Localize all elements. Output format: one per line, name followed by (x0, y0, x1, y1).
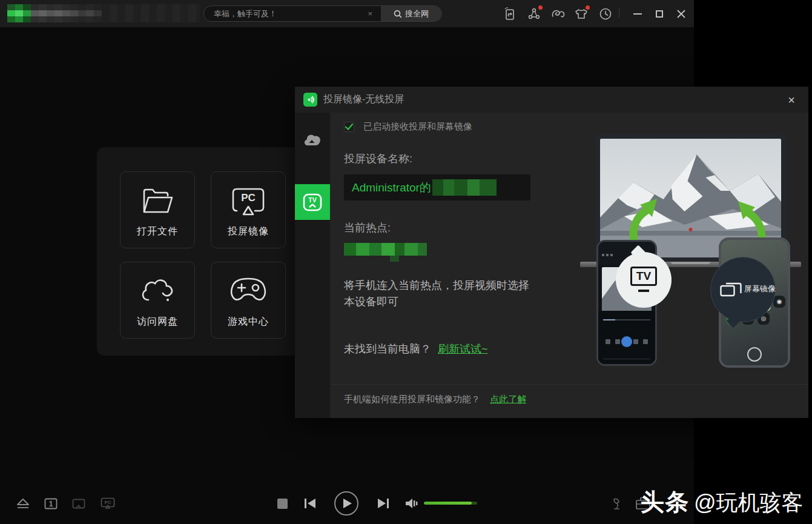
svg-text:PC: PC (241, 192, 256, 204)
svg-text:PC: PC (104, 500, 111, 505)
dialog-title: 投屏镜像-无线投屏 (323, 93, 404, 106)
tv-cast-icon: TV (303, 193, 322, 211)
cast-mirror-dialog: 投屏镜像-无线投屏 × TV 已启动接收投屏和屏幕镜像 (295, 87, 808, 418)
device-name-censored (432, 179, 497, 196)
watermark-brand: 头条 (641, 489, 689, 515)
skin-icon[interactable] (574, 7, 589, 21)
game-center-button[interactable]: 游戏中心 (211, 262, 286, 339)
pc-cast-small-icon[interactable]: PC (99, 496, 116, 511)
folder-icon (120, 187, 194, 214)
not-found-text: 未找到当前电脑？ (344, 343, 431, 355)
volume-slider[interactable] (424, 502, 477, 505)
stop-button[interactable] (277, 498, 288, 509)
shortcut-label: 投屏镜像 (228, 225, 269, 238)
watermark: 头条@玩机骇客 (641, 486, 804, 519)
mirror-badge-label: 屏幕镜像 (744, 284, 776, 294)
play-button[interactable] (334, 491, 358, 516)
playlist-single-icon[interactable]: 1 (43, 496, 59, 511)
hotspot-label: 当前热点: (344, 221, 391, 235)
watermark-handle: @玩机骇客 (694, 490, 804, 515)
dialog-sidebar: TV (295, 113, 330, 418)
svg-text:1: 1 (49, 500, 53, 508)
sidebar-tab-cloud[interactable] (295, 125, 330, 155)
receive-cast-checkbox[interactable] (344, 122, 354, 132)
receive-cast-label: 已启动接收投屏和屏幕镜像 (363, 121, 472, 133)
close-button[interactable] (673, 7, 689, 21)
shortcut-label: 打开文件 (137, 225, 178, 238)
pc-cast-icon: PC (211, 187, 285, 217)
dialog-close-button[interactable]: × (784, 93, 799, 107)
cast-app-icon (303, 93, 317, 107)
lamp-icon[interactable] (609, 497, 624, 511)
device-name-input[interactable]: Administrator的 (344, 174, 530, 201)
open-file-button[interactable]: 打开文件 (120, 171, 195, 248)
sidebar-tab-tv-cast[interactable]: TV (295, 184, 330, 220)
home-button (747, 347, 762, 362)
search-clear-icon[interactable]: × (365, 9, 375, 18)
shortcut-label: 访问网盘 (137, 316, 178, 328)
volume-fill (424, 502, 472, 505)
titlebar: 幸福，触手可及！ × 搜全网 (0, 0, 694, 27)
service-icon[interactable] (551, 7, 566, 21)
shortcut-label: 游戏中心 (228, 316, 269, 328)
history-icon[interactable] (598, 7, 613, 21)
mirror-callout-bubble: 屏幕镜像 (710, 257, 776, 322)
screen-mirror-icon (720, 281, 742, 298)
check-icon (345, 124, 353, 130)
svg-text:TV: TV (308, 196, 316, 204)
home-shortcut-card: 打开文件 PC 投屏镜像 访问网盘 (97, 147, 303, 356)
cloud-upload-icon (303, 133, 322, 147)
notification-dot (538, 5, 543, 10)
tv-badge: TV (630, 267, 657, 286)
search-button[interactable]: 搜全网 (381, 6, 441, 21)
minimize-button[interactable] (630, 7, 645, 21)
eject-icon[interactable] (15, 496, 31, 511)
maximize-button[interactable] (652, 7, 667, 21)
volume-icon[interactable] (403, 496, 419, 511)
phone-cast-icon[interactable] (503, 7, 517, 21)
instruction-text: 将手机连入当前热点，投屏视频时选择本设备即可 (344, 277, 532, 310)
search-box: 幸福，触手可及！ × 搜全网 (203, 5, 442, 22)
search-input[interactable]: 幸福，触手可及！ × (204, 6, 381, 21)
search-button-label: 搜全网 (405, 8, 429, 19)
device-name-value: Administrator的 (352, 180, 431, 196)
next-button[interactable] (375, 497, 391, 510)
footer-help-row: 手机端如何使用投屏和镜像功能？ 点此了解 (344, 394, 526, 405)
cloud-disk-icon (120, 277, 194, 305)
share-icon[interactable] (527, 7, 541, 21)
dialog-titlebar: 投屏镜像-无线投屏 × (295, 87, 808, 113)
tv-callout-bubble: TV (616, 252, 672, 308)
dialog-body: 已启动接收投屏和屏幕镜像 投屏设备名称: Administrator的 当前热点… (330, 113, 808, 418)
cloud-disk-button[interactable]: 访问网盘 (120, 262, 195, 339)
device-name-label: 投屏设备名称: (344, 151, 412, 166)
titlebar-separator (619, 8, 619, 18)
footer-question: 手机端如何使用投屏和镜像功能？ (344, 394, 480, 404)
receive-cast-row: 已启动接收投屏和屏幕镜像 (344, 121, 472, 133)
search-icon (394, 10, 402, 18)
learn-more-link[interactable]: 点此了解 (490, 394, 526, 404)
cast-illustration: TV ▭▭ | ◷ ▤ ◉ ✆ ✕ ◎ (578, 119, 808, 385)
previous-button[interactable] (302, 497, 318, 510)
cast-mirror-button[interactable]: PC 投屏镜像 (211, 171, 286, 248)
tv-mode-icon[interactable] (71, 497, 87, 511)
refresh-link[interactable]: 刷新试试~ (438, 343, 488, 355)
phone-player-controls (598, 311, 655, 364)
search-placeholder-text: 幸福，触手可及！ (214, 8, 365, 19)
gamepad-icon (211, 277, 285, 305)
hotspot-name-censored (344, 243, 427, 262)
not-found-row: 未找到当前电脑？ 刷新试试~ (344, 342, 488, 356)
cast-arrow-left (626, 196, 658, 242)
notification-dot (586, 5, 590, 10)
